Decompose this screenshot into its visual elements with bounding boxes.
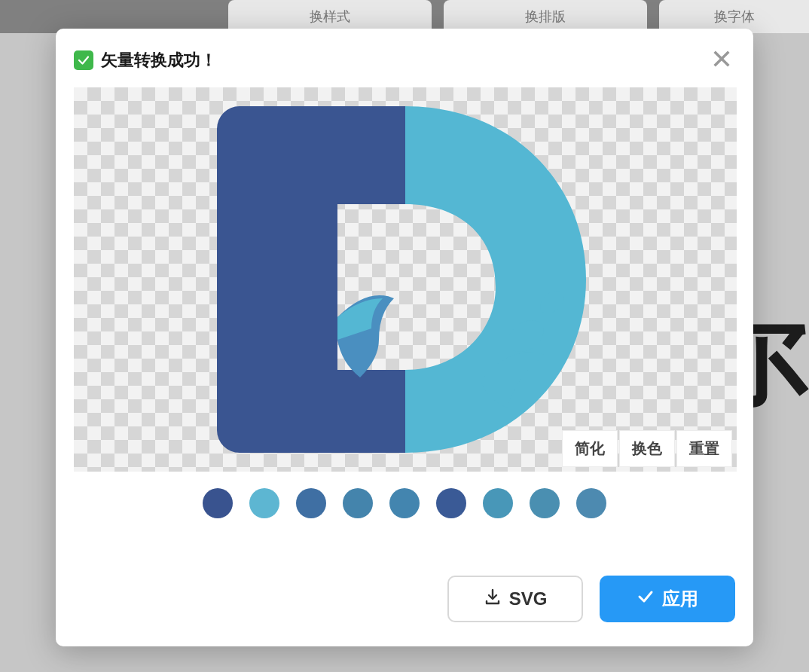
apply-button[interactable]: 应用 xyxy=(600,576,735,622)
check-icon xyxy=(637,588,655,610)
download-svg-button[interactable]: SVG xyxy=(447,576,583,622)
color-swatch[interactable] xyxy=(249,488,279,518)
color-swatch[interactable] xyxy=(576,488,606,518)
preview-canvas: 简化 换色 重置 xyxy=(74,87,737,472)
color-swatch[interactable] xyxy=(296,488,326,518)
download-svg-label: SVG xyxy=(509,588,548,609)
modal-title-wrap: 矢量转换成功！ xyxy=(74,49,217,72)
color-swatch[interactable] xyxy=(483,488,513,518)
color-swatch[interactable] xyxy=(203,488,233,518)
download-icon xyxy=(484,588,502,610)
modal-title: 矢量转换成功！ xyxy=(101,49,217,72)
recolor-button[interactable]: 换色 xyxy=(619,430,675,467)
preview-tool-group: 简化 换色 重置 xyxy=(562,430,732,467)
modal-header: 矢量转换成功！ xyxy=(74,47,735,74)
reset-button[interactable]: 重置 xyxy=(676,430,732,467)
color-swatch[interactable] xyxy=(343,488,373,518)
close-button[interactable] xyxy=(708,47,735,74)
close-icon xyxy=(711,48,732,72)
bg-tab-label: 换字体 xyxy=(714,8,755,26)
color-swatch[interactable] xyxy=(389,488,420,518)
vector-result-modal: 矢量转换成功！ 简化 换色 xyxy=(56,29,753,646)
bg-tab-label: 换样式 xyxy=(310,8,350,26)
simplify-button[interactable]: 简化 xyxy=(562,430,618,467)
bg-tab-label: 换排版 xyxy=(525,8,566,26)
color-swatch[interactable] xyxy=(530,488,560,518)
apply-label: 应用 xyxy=(662,587,698,611)
success-check-icon xyxy=(74,50,93,70)
color-swatch-row xyxy=(74,488,735,518)
vector-preview-logo xyxy=(209,84,601,475)
modal-footer: SVG 应用 xyxy=(74,576,735,622)
color-swatch[interactable] xyxy=(436,488,466,518)
